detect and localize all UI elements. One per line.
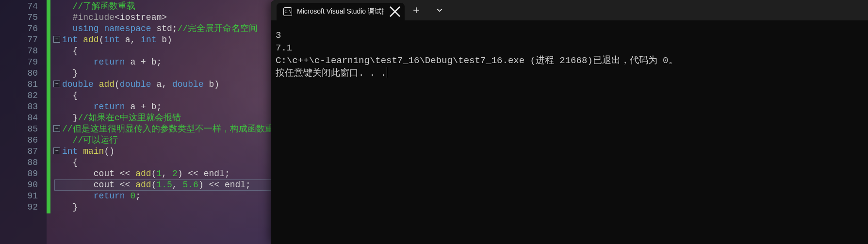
chevron-down-icon [436,7,443,14]
line-number: 92 [0,202,47,213]
line-number: 80 [0,68,47,79]
terminal-line: 按任意键关闭此窗口. . . [276,67,863,80]
code-line[interactable]: #include<iostream> [54,12,282,23]
fold-toggle[interactable]: − [53,36,60,43]
code-line[interactable]: { [54,157,282,168]
code-line[interactable]: { [54,46,282,57]
code-line[interactable]: //了解函数重载 [54,1,282,12]
line-number: 85 [0,124,47,135]
line-number: 76 [0,23,47,34]
code-content[interactable]: //了解函数重载 #include<iostream> using namesp… [54,1,282,213]
line-number: 86 [0,135,47,146]
terminal-titlebar[interactable]: C:\ Microsoft Visual Studio 调试控 [271,0,868,20]
fold-toggle[interactable]: − [53,81,60,87]
code-line[interactable]: cout << add(1.5, 5.6) << endl; [54,179,282,191]
code-line[interactable]: //可以运行 [54,135,282,146]
terminal-output[interactable]: 37.1C:\c++\c-learning\test7_16\Debug\tes… [271,20,868,244]
change-indicator-bar [47,0,50,213]
close-icon [389,6,401,17]
code-line[interactable]: return 0; [54,191,282,202]
fold-toggle[interactable]: − [53,147,60,154]
terminal-icon: C:\ [283,7,292,16]
code-line[interactable]: cout << add(1, 2) << endl; [54,168,282,179]
terminal-tab-title: Microsoft Visual Studio 调试控 [297,7,384,16]
code-line[interactable]: −int add(int a, int b) [54,34,282,46]
terminal-line: 3 [276,29,863,42]
code-line[interactable]: { [54,90,282,101]
line-number: 82 [0,90,47,101]
line-number-gutter: 74757677787980818283848586878889909192 [0,0,47,244]
line-number: 79 [0,57,47,68]
titlebar-spacer [271,0,277,20]
tab-dropdown-button[interactable] [428,0,451,20]
code-line[interactable]: −double add(double a, double b) [54,79,282,90]
terminal-window: C:\ Microsoft Visual Studio 调试控 37.1C:\c… [271,0,868,244]
line-number: 81 [0,79,47,90]
code-line[interactable]: }//如果在c中这里就会报错 [54,113,282,124]
terminal-tab[interactable]: C:\ Microsoft Visual Studio 调试控 [277,3,405,20]
plus-icon [413,7,420,14]
line-number: 91 [0,191,47,202]
line-number: 77 [0,34,47,46]
line-number: 89 [0,168,47,179]
code-line[interactable]: } [54,202,282,213]
line-number: 78 [0,46,47,57]
close-tab-button[interactable] [389,6,401,17]
line-number: 90 [0,179,47,191]
code-line[interactable]: return a + b; [54,57,282,68]
new-tab-button[interactable] [405,0,428,20]
line-number: 84 [0,113,47,124]
code-line[interactable]: using namespace std;//完全展开命名空间 [54,23,282,34]
fold-toggle[interactable]: − [53,125,60,132]
terminal-line: 7.1 [276,42,863,54]
terminal-line: C:\c++\c-learning\test7_16\Debug\test7_1… [276,54,863,67]
terminal-cursor [387,67,387,78]
code-line[interactable]: return a + b; [54,101,282,113]
line-number: 83 [0,101,47,113]
line-number: 74 [0,1,47,12]
line-number: 88 [0,157,47,168]
code-line[interactable]: −//但是这里很明显传入的参数类型不一样，构成函数重载 [54,124,282,135]
line-number: 87 [0,146,47,157]
line-number: 75 [0,12,47,23]
code-line[interactable]: −int main() [54,146,282,157]
code-line[interactable]: } [54,68,282,79]
